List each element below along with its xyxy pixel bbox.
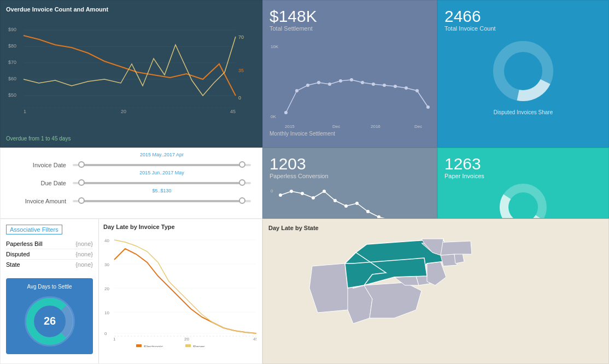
svg-point-46 xyxy=(333,199,337,202)
svg-point-44 xyxy=(312,196,315,199)
overdue-chart-svg: $90 $80 $70 $60 $50 1 20 45 70 35 0 xyxy=(6,15,257,138)
svg-rect-81 xyxy=(136,344,142,347)
svg-point-30 xyxy=(405,86,408,90)
paper-invoices-panel: 1263 Paper Invoices Paper Invoices Share xyxy=(437,148,609,219)
svg-point-43 xyxy=(301,192,304,195)
total-settlement-panel: $148K Total Settlement 10K 0K 2015 xyxy=(262,0,437,148)
filter-item-1: Paperless Bill {none} xyxy=(6,239,93,249)
svg-text:30: 30 xyxy=(104,262,109,267)
bottom-left-panel: Associative Filters Paperless Bill {none… xyxy=(0,219,262,364)
svg-text:$90: $90 xyxy=(8,27,16,32)
svg-text:40: 40 xyxy=(104,238,109,243)
svg-text:0: 0 xyxy=(271,189,273,193)
svg-text:$70: $70 xyxy=(8,60,16,65)
invoice-count-label: Total Invoice Count xyxy=(444,25,602,32)
invoice-amount-value: $5..$130 xyxy=(152,188,171,193)
paperless-chart-svg: 0 2015 Nov 2016 Nov xyxy=(270,181,431,219)
invoice-amount-slider[interactable]: $5..$130 xyxy=(73,196,251,207)
svg-text:70: 70 xyxy=(238,34,244,40)
day-late-chart-svg: 40 30 20 10 0 1 20 45 xyxy=(103,232,256,347)
paperless-panel: 1203 Paperless Conversion 0 2015 Nov 201… xyxy=(262,148,437,219)
map-svg xyxy=(268,233,585,359)
svg-point-22 xyxy=(317,81,320,84)
invoice-date-value: 2015 May..2017 Apr xyxy=(140,152,184,157)
svg-point-27 xyxy=(372,83,375,86)
assoc-filters-title: Associative Filters xyxy=(6,225,62,234)
svg-text:26: 26 xyxy=(43,315,55,327)
svg-point-26 xyxy=(361,81,364,84)
svg-point-49 xyxy=(366,210,370,213)
svg-text:Dec: Dec xyxy=(414,124,422,129)
svg-text:10K: 10K xyxy=(271,44,279,49)
svg-point-25 xyxy=(350,78,353,81)
svg-text:1: 1 xyxy=(24,109,26,114)
svg-text:2016: 2016 xyxy=(371,124,380,129)
invoice-count-value: 2466 xyxy=(444,7,602,25)
svg-point-61 xyxy=(511,195,535,219)
filter-item-1-value: {none} xyxy=(75,240,93,247)
svg-point-39 xyxy=(508,56,538,86)
paper-donut xyxy=(444,183,602,219)
due-date-filter: Due Date 2015 Jun..2017 May xyxy=(11,178,251,189)
filter-item-3: State {none} xyxy=(6,260,93,269)
paperless-value: 1203 xyxy=(270,155,430,173)
svg-point-28 xyxy=(383,84,386,87)
invoice-date-slider[interactable]: 2015 May..2017 Apr xyxy=(73,160,251,171)
filter-item-1-label: Paperless Bill xyxy=(6,240,43,247)
svg-text:Paper: Paper xyxy=(193,344,205,347)
svg-rect-83 xyxy=(185,344,191,347)
svg-text:$50: $50 xyxy=(8,92,16,98)
svg-point-21 xyxy=(306,84,309,87)
svg-point-48 xyxy=(355,202,359,205)
associative-filters-panel: Associative Filters Paperless Bill {none… xyxy=(1,219,99,363)
donut-svg-1 xyxy=(490,38,556,104)
svg-point-20 xyxy=(295,89,298,92)
svg-text:2015: 2015 xyxy=(285,124,295,129)
svg-text:$80: $80 xyxy=(8,43,16,49)
svg-point-29 xyxy=(394,85,397,88)
svg-point-42 xyxy=(290,190,293,193)
invoice-date-label: Invoice Date xyxy=(11,162,66,168)
svg-point-19 xyxy=(284,111,288,114)
svg-text:45: 45 xyxy=(253,337,256,342)
due-date-value: 2015 Jun..2017 May xyxy=(139,170,184,175)
due-date-slider[interactable]: 2015 Jun..2017 May xyxy=(73,178,251,189)
svg-text:$60: $60 xyxy=(8,76,16,81)
paper-invoices-value: 1263 xyxy=(444,155,602,173)
svg-point-24 xyxy=(339,79,342,83)
filters-panel: Invoice Date 2015 May..2017 Apr Due Date… xyxy=(0,148,262,219)
donut-label-1: Disputed Invoices Share xyxy=(444,109,602,115)
filter-item-3-value: {none} xyxy=(75,261,93,268)
overdue-footer: Overdue from 1 to 45 days xyxy=(6,136,71,142)
svg-text:Dec: Dec xyxy=(332,124,340,129)
svg-text:0: 0 xyxy=(104,331,107,336)
day-late-chart-panel: Day Late by Invoice Type 40 30 20 10 0 xyxy=(99,219,262,363)
svg-text:0K: 0K xyxy=(271,114,276,119)
svg-point-31 xyxy=(415,89,419,92)
paperless-label: Paperless Conversion xyxy=(270,173,430,179)
filter-item-2-value: {none} xyxy=(75,251,93,257)
svg-point-32 xyxy=(426,105,430,109)
svg-text:10: 10 xyxy=(104,310,109,315)
overdue-chart-title: Overdue Invoice Count and Amount xyxy=(6,6,256,13)
map-title: Day Late by State xyxy=(268,225,603,231)
map-panel: Day Late by State xyxy=(262,219,609,364)
filter-item-2-label: Disputed xyxy=(6,251,30,257)
due-date-label: Due Date xyxy=(11,180,66,186)
svg-text:20: 20 xyxy=(121,109,126,114)
svg-text:1: 1 xyxy=(113,337,116,342)
donut-svg-2 xyxy=(499,183,548,219)
svg-text:Electronic: Electronic xyxy=(144,344,163,347)
day-late-title: Day Late by Invoice Type xyxy=(103,224,259,230)
avg-days-panel: Avg Days to Settle 26 xyxy=(6,278,93,354)
svg-text:45: 45 xyxy=(230,109,236,114)
svg-point-41 xyxy=(279,193,282,197)
svg-text:20: 20 xyxy=(184,337,189,342)
invoice-amount-filter: Invoice Amount $5..$130 xyxy=(11,196,251,207)
gauge-svg: 26 xyxy=(22,294,77,349)
svg-text:0: 0 xyxy=(238,95,241,101)
filter-item-3-label: State xyxy=(6,261,20,268)
invoice-count-panel: 2466 Total Invoice Count Disputed Invoic… xyxy=(437,0,609,148)
overdue-invoice-panel: Overdue Invoice Count and Amount $90 $80… xyxy=(0,0,262,148)
invoice-amount-label: Invoice Amount xyxy=(11,198,66,204)
